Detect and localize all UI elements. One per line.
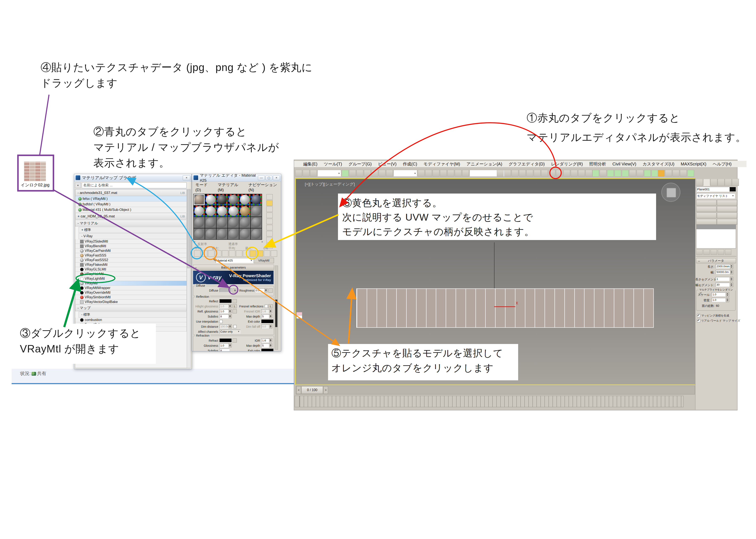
axis-constraint-button[interactable] [658, 170, 664, 177]
hilight-glossiness-spinner[interactable] [229, 304, 232, 308]
stack-toolbar-icon[interactable] [711, 249, 717, 255]
menu-item[interactable]: Civil View(V) [612, 162, 636, 167]
dim-distance-field[interactable]: 100.0m [220, 325, 230, 329]
browser-row[interactable]: VRayLightMtl [75, 276, 187, 281]
toolbar-icon[interactable] [364, 170, 371, 177]
toolbar-icon[interactable] [303, 170, 309, 177]
editor-side-icon[interactable] [266, 206, 273, 212]
slot-scroll-left[interactable]: ◂ [194, 240, 195, 243]
length-segments-spinner[interactable] [730, 277, 733, 281]
track-bar-toggle[interactable] [295, 396, 299, 407]
density-spinner[interactable] [726, 298, 729, 302]
editor-toolbar-icon[interactable] [271, 250, 277, 257]
editor-toolbar-icon[interactable] [201, 250, 207, 257]
browser-row[interactable]: VRayFlakesMtl [75, 263, 187, 267]
plane-object[interactable] [356, 288, 654, 328]
editor-scrollbar[interactable] [275, 266, 278, 350]
axis-constraint-button[interactable] [672, 170, 679, 177]
hilight-lock-button[interactable]: L [233, 304, 237, 308]
browser-row[interactable]: VRayFastSSS2 [75, 258, 187, 263]
slot-scroll-right[interactable]: ▸ [262, 240, 263, 243]
material-slot[interactable] [250, 228, 262, 240]
modifier-button[interactable] [717, 212, 737, 218]
exit-color-swatch[interactable] [261, 320, 274, 323]
generate-mapping-coords-checkbox[interactable] [697, 314, 700, 317]
material-slot[interactable] [205, 205, 216, 217]
browser-scrollbar-thumb[interactable] [187, 190, 190, 268]
material-slot[interactable] [239, 217, 250, 228]
menu-item[interactable]: ツール(T) [324, 161, 342, 167]
width-spinner[interactable] [730, 270, 733, 274]
toolbar-icon[interactable] [549, 170, 555, 177]
menu-item[interactable]: カスタマイズ(U) [643, 161, 674, 167]
max-depth-field[interactable]: 5 [261, 314, 270, 318]
stack-toolbar-icon[interactable] [703, 249, 710, 255]
material-name-dropdown[interactable]: Material #25 ▼ [216, 258, 254, 263]
browser-title-bar[interactable]: マテリアル/マップ ブラウザ × [74, 174, 192, 182]
menu-item[interactable]: グラフエディタ(D) [509, 161, 545, 167]
toolbar-icon[interactable] [462, 170, 469, 177]
material-slot[interactable] [216, 205, 228, 217]
browser-row[interactable]: VRayVectorDisplBake [75, 300, 187, 304]
editor-side-icon[interactable] [266, 200, 273, 206]
max-depth-spinner[interactable] [269, 314, 272, 318]
search-input[interactable]: 名前による検索 ... [82, 182, 186, 188]
density-field[interactable]: 1.0 [712, 298, 725, 302]
browser-row[interactable]: + 標準 [79, 227, 187, 233]
material-slot[interactable] [216, 194, 228, 205]
toolbar-snap-icon[interactable] [607, 170, 614, 177]
browser-row[interactable]: combustion [75, 318, 187, 322]
toolbar-snap-icon[interactable] [629, 170, 636, 177]
axis-constraint-button[interactable] [680, 170, 687, 177]
scale-field[interactable]: 1.0 [712, 292, 725, 296]
viewcube[interactable] [661, 183, 680, 202]
menu-item[interactable]: モディファイヤ(M) [424, 161, 460, 167]
refr-glossiness-spinner[interactable] [229, 343, 232, 347]
material-slot[interactable] [250, 205, 262, 217]
editor-side-icon[interactable] [266, 237, 273, 243]
prev-frame-button[interactable]: < [296, 386, 301, 394]
viewcube-core[interactable] [666, 188, 676, 197]
modifier-button[interactable] [696, 212, 717, 218]
toolbar-icon[interactable] [433, 170, 439, 177]
browser-row[interactable]: - archmodels31_037.mat LIB [75, 190, 187, 196]
browser-row[interactable]: VRayMtl [75, 281, 187, 286]
command-panel-tab[interactable] [696, 179, 703, 186]
browser-row[interactable]: VRayHairMtl [75, 272, 187, 276]
toolbar-icon[interactable] [317, 170, 341, 177]
material-slot[interactable] [228, 194, 239, 205]
editor-menu-item[interactable]: ナビゲーション(N) [248, 182, 281, 192]
material-slot[interactable] [205, 228, 216, 240]
stack-toolbar-icon[interactable] [696, 249, 703, 255]
roughness-spinner[interactable] [264, 288, 268, 292]
editor-menu-item[interactable]: モード(D) [195, 182, 212, 192]
use-interpolation-checkbox[interactable] [220, 320, 223, 323]
track-bar[interactable] [300, 396, 684, 407]
editor-toolbar-icon[interactable] [208, 250, 214, 257]
refract-map-button[interactable] [233, 339, 237, 343]
browser-close-button[interactable]: × [183, 175, 190, 180]
material-type-button[interactable]: VRayMtl [254, 258, 274, 263]
toolbar-snap-icon[interactable] [644, 170, 651, 177]
editor-toolbar-icon[interactable] [257, 250, 263, 257]
material-slot[interactable] [228, 217, 239, 228]
command-panel-tab[interactable] [703, 179, 710, 186]
stack-toolbar-icon[interactable] [718, 249, 724, 255]
modifier-stack-row[interactable] [696, 225, 736, 229]
menu-item[interactable]: ヘルプ(H) [713, 161, 731, 167]
toolbar-icon[interactable] [357, 170, 363, 177]
length-segments-field[interactable]: 1 [716, 277, 729, 281]
affect-channels-dropdown[interactable]: Color only ▼ [220, 330, 241, 334]
menu-item[interactable]: 照明分析 [589, 161, 606, 167]
stack-toolbar-icon[interactable] [725, 249, 731, 255]
browser-row[interactable]: fefsx ( VRayMtl ) [75, 196, 187, 201]
toolbar-icon[interactable] [349, 170, 356, 177]
refract-color-swatch[interactable] [220, 339, 232, 342]
time-slider[interactable]: 0 / 100 [302, 386, 323, 394]
editor-side-icon[interactable] [266, 231, 273, 236]
toolbar-snap-icon[interactable] [614, 170, 621, 177]
toolbar-icon[interactable] [512, 170, 518, 177]
editor-side-icon[interactable] [266, 212, 273, 218]
diffuse-map-button[interactable]: M [233, 288, 238, 293]
material-slot[interactable] [250, 217, 262, 228]
